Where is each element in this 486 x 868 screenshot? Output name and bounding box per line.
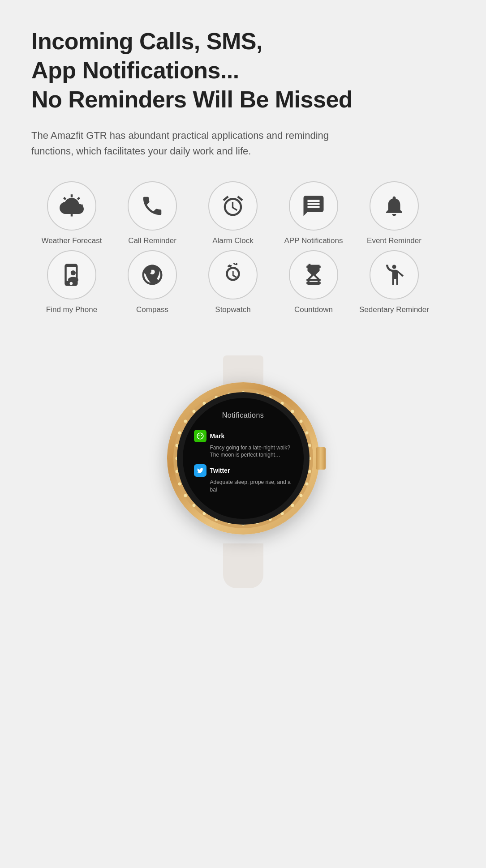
- sedentary-reminder-icon-circle: [370, 250, 419, 299]
- headline-line2: App Notifications...: [31, 57, 239, 83]
- alarm-icon: [221, 194, 245, 218]
- notifications-icon: [301, 194, 326, 218]
- weather-forecast-label: Weather Forecast: [42, 236, 102, 246]
- description-text: The Amazfit GTR has abundant practical a…: [31, 128, 367, 159]
- countdown-icon: [301, 263, 326, 287]
- icons-row-2: Find my Phone Compass Stopwatch: [31, 250, 455, 315]
- app-notifications-label: APP Notifications: [284, 236, 343, 246]
- watch-section: Notifications Mark Fancy going: [31, 355, 455, 588]
- notifications-title: Notifications: [194, 411, 292, 419]
- headline-text: Incoming Calls, SMS, App Notifications..…: [31, 27, 455, 114]
- svg-point-30: [184, 419, 187, 423]
- notification-wechat: Mark Fancy going for a late-night walk? …: [194, 430, 292, 459]
- alarm-clock-icon-circle: [208, 181, 258, 231]
- countdown-icon-circle: [289, 250, 338, 299]
- description-section: The Amazfit GTR has abundant practical a…: [31, 128, 455, 159]
- svg-point-14: [299, 494, 302, 497]
- watch-crown: [316, 447, 326, 470]
- weather-forecast-icon-circle: [47, 181, 96, 231]
- stopwatch-icon-circle: [208, 250, 258, 299]
- features-grid: Weather Forecast Call Reminder Alarm Clo…: [31, 181, 455, 319]
- feature-event-reminder: Event Reminder: [354, 181, 434, 246]
- compass-icon-circle: [128, 250, 177, 299]
- icons-row-1: Weather Forecast Call Reminder Alarm Clo…: [31, 181, 455, 246]
- screen-divider: [194, 425, 292, 425]
- app-notifications-icon-circle: [289, 181, 338, 231]
- twitter-header: Twitter: [194, 464, 292, 477]
- find-my-phone-label: Find my Phone: [46, 305, 97, 315]
- svg-point-25: [178, 482, 181, 485]
- wechat-sender: Mark: [210, 432, 225, 440]
- wechat-icon: [194, 430, 206, 442]
- watch-band-bottom: [223, 543, 263, 588]
- svg-point-9: [305, 431, 308, 434]
- compass-label: Compass: [136, 305, 168, 315]
- feature-compass: Compass: [112, 250, 193, 315]
- svg-point-29: [178, 431, 181, 434]
- sedentary-icon: [382, 263, 406, 287]
- notification-twitter: Twitter Adequate sleep, prope rise, and …: [194, 464, 292, 494]
- svg-point-1: [392, 265, 396, 269]
- feature-call-reminder: Call Reminder: [112, 181, 193, 246]
- svg-point-0: [71, 270, 76, 275]
- svg-point-8: [299, 419, 302, 423]
- sedentary-reminder-label: Sedentary Reminder: [359, 305, 429, 315]
- svg-point-15: [291, 504, 294, 507]
- twitter-message: Adequate sleep, prope rise, and a bal: [194, 479, 292, 494]
- feature-alarm-clock: Alarm Clock: [193, 181, 273, 246]
- feature-app-notifications: APP Notifications: [273, 181, 354, 246]
- event-reminder-label: Event Reminder: [367, 236, 421, 246]
- watch-screen: Notifications Mark Fancy going: [183, 398, 304, 519]
- wechat-header: Mark: [194, 430, 292, 442]
- feature-find-my-phone: Find my Phone: [31, 250, 112, 315]
- svg-point-24: [184, 494, 187, 497]
- svg-point-13: [305, 482, 308, 485]
- find-phone-icon: [60, 263, 84, 287]
- wechat-logo: [196, 432, 204, 440]
- twitter-logo: [197, 467, 204, 474]
- weather-icon: [60, 194, 84, 218]
- feature-weather-forecast: Weather Forecast: [31, 181, 112, 246]
- twitter-sender: Twitter: [210, 467, 230, 474]
- feature-countdown: Countdown: [273, 250, 354, 315]
- twitter-icon: [194, 464, 206, 477]
- headline-line3: No Reminders Will Be Missed: [31, 86, 353, 112]
- watch-body: Notifications Mark Fancy going: [167, 382, 319, 534]
- wechat-message: Fancy going for a late-night walk? The m…: [194, 444, 292, 459]
- call-icon: [140, 194, 164, 218]
- alarm-clock-label: Alarm Clock: [212, 236, 254, 246]
- event-reminder-icon-circle: [370, 181, 419, 231]
- stopwatch-icon: [221, 263, 245, 287]
- watch-container: Notifications Mark Fancy going: [158, 355, 328, 588]
- call-reminder-icon-circle: [128, 181, 177, 231]
- stopwatch-label: Stopwatch: [215, 305, 250, 315]
- headline-section: Incoming Calls, SMS, App Notifications..…: [31, 27, 455, 114]
- feature-sedentary-reminder: Sedentary Reminder: [354, 250, 434, 315]
- watch-screen-bezel: Notifications Mark Fancy going: [177, 392, 310, 525]
- call-reminder-label: Call Reminder: [128, 236, 176, 246]
- find-my-phone-icon-circle: [47, 250, 96, 299]
- bell-icon: [382, 194, 406, 218]
- compass-icon: [140, 263, 164, 287]
- feature-stopwatch: Stopwatch: [193, 250, 273, 315]
- headline-line1: Incoming Calls, SMS,: [31, 28, 262, 54]
- countdown-label: Countdown: [294, 305, 333, 315]
